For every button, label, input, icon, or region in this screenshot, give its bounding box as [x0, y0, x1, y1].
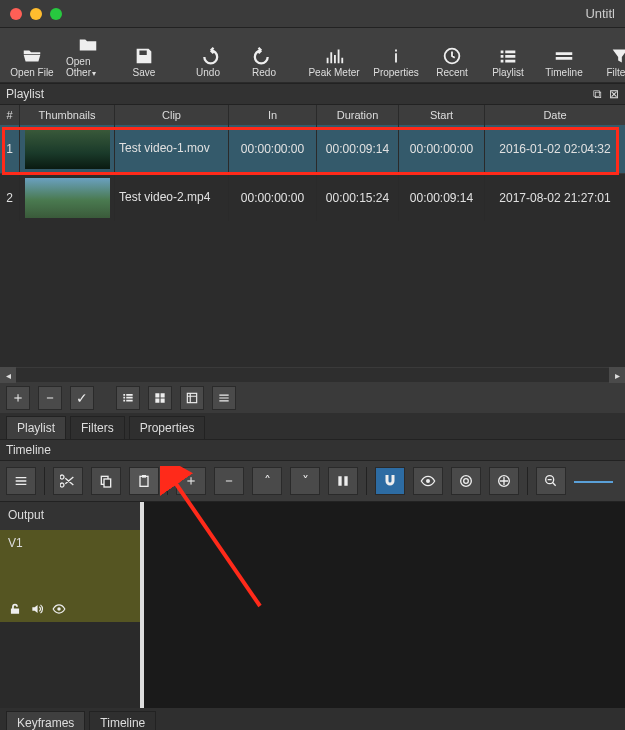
tab-timeline[interactable]: Timeline	[89, 711, 156, 730]
titlebar: Untitl	[0, 0, 625, 28]
folder-icon	[77, 34, 99, 56]
open-other-label: Open Other▾	[66, 56, 110, 78]
split-button[interactable]	[328, 467, 358, 495]
copy-button[interactable]	[91, 467, 121, 495]
redo-icon	[253, 45, 275, 67]
timeline-tabs: Keyframes Timeline	[0, 708, 625, 730]
close-window-button[interactable]	[10, 8, 22, 20]
hide-icon[interactable]	[52, 602, 66, 616]
scroll-track[interactable]	[16, 368, 609, 382]
playlist-body: 1 Test video-1.mov 00:00:00:00 00:00:09:…	[0, 125, 625, 367]
zoom-out-icon	[543, 473, 559, 489]
paste-button[interactable]	[129, 467, 159, 495]
timeline-panel-title: Timeline	[6, 443, 51, 457]
properties-button[interactable]: Properties	[370, 32, 422, 80]
redo-button[interactable]: Redo	[238, 32, 290, 80]
output-track-label[interactable]: Output	[0, 502, 140, 530]
playlist-header-row: # Thumbnails Clip In Duration Start Date	[0, 105, 625, 125]
col-index[interactable]: #	[0, 105, 20, 125]
zoom-window-button[interactable]	[50, 8, 62, 20]
svg-point-7	[461, 476, 472, 487]
split-icon	[335, 473, 351, 489]
playlist-row[interactable]: 2 Test video-2.mp4 00:00:00:00 00:00:15:…	[0, 173, 625, 221]
magnet-icon	[381, 472, 399, 490]
col-date[interactable]: Date	[485, 105, 625, 125]
svg-rect-5	[142, 475, 146, 478]
zoom-out-button[interactable]	[536, 467, 566, 495]
ripple-all-button[interactable]	[489, 467, 519, 495]
open-other-button[interactable]: Open Other▾	[62, 32, 114, 80]
row-duration: 00:00:15:24	[317, 174, 399, 221]
playlist-label: Playlist	[492, 67, 524, 78]
clipboard-icon	[136, 473, 152, 489]
svg-rect-4	[140, 476, 148, 486]
recent-button[interactable]: Recent	[426, 32, 478, 80]
open-file-button[interactable]: Open File	[6, 32, 58, 80]
track-canvas[interactable]	[142, 502, 625, 708]
playlist-hscrollbar[interactable]: ◂ ▸	[0, 367, 625, 383]
scroll-left-button[interactable]: ◂	[0, 367, 16, 383]
append-button[interactable]: ＋	[176, 467, 206, 495]
undo-icon	[197, 45, 219, 67]
playlist-actions: ＋ － ✓	[0, 383, 625, 413]
remove-button[interactable]: －	[214, 467, 244, 495]
view-menu-button[interactable]	[212, 386, 236, 410]
recent-label: Recent	[436, 67, 468, 78]
col-start[interactable]: Start	[399, 105, 485, 125]
tab-properties[interactable]: Properties	[129, 416, 206, 439]
scroll-right-button[interactable]: ▸	[609, 367, 625, 383]
save-icon	[133, 45, 155, 67]
target-icon	[458, 473, 474, 489]
timeline-button[interactable]: Timeline	[538, 32, 590, 80]
row-index: 2	[0, 174, 20, 221]
lock-icon[interactable]	[8, 602, 22, 616]
info-icon	[385, 45, 407, 67]
undo-button[interactable]: Undo	[182, 32, 234, 80]
view-grid-button[interactable]	[148, 386, 172, 410]
col-clip[interactable]: Clip	[115, 105, 229, 125]
ripple-all-icon	[496, 473, 512, 489]
cut-button[interactable]	[53, 467, 83, 495]
playhead[interactable]	[142, 502, 144, 708]
playlist-table: # Thumbnails Clip In Duration Start Date…	[0, 105, 625, 367]
list-icon	[497, 45, 519, 67]
minimize-window-button[interactable]	[30, 8, 42, 20]
remove-clip-button[interactable]: －	[38, 386, 62, 410]
row-thumbnail	[20, 125, 115, 173]
view-detail-button[interactable]	[180, 386, 204, 410]
hamburger-icon	[13, 473, 29, 489]
overwrite-button[interactable]: ˅	[290, 467, 320, 495]
peak-meter-button[interactable]: Peak Meter	[302, 32, 366, 80]
copy-icon	[98, 473, 114, 489]
col-in[interactable]: In	[229, 105, 317, 125]
v1-track-label[interactable]: V1	[0, 530, 140, 622]
lift-button[interactable]: ˄	[252, 467, 282, 495]
timeline-icon	[553, 45, 575, 67]
ripple-button[interactable]	[451, 467, 481, 495]
row-start: 00:00:00:00	[399, 125, 485, 173]
tab-filters[interactable]: Filters	[70, 416, 125, 439]
funnel-icon	[609, 45, 625, 67]
playlist-button[interactable]: Playlist	[482, 32, 534, 80]
timeline-menu-button[interactable]	[6, 467, 36, 495]
col-duration[interactable]: Duration	[317, 105, 399, 125]
tab-keyframes[interactable]: Keyframes	[6, 711, 85, 730]
row-thumbnail	[20, 174, 115, 221]
filters-button[interactable]: Filters	[594, 32, 625, 80]
mute-icon[interactable]	[30, 602, 44, 616]
undo-label: Undo	[196, 67, 220, 78]
save-button[interactable]: Save	[118, 32, 170, 80]
view-list-button[interactable]	[116, 386, 140, 410]
update-clip-button[interactable]: ✓	[70, 386, 94, 410]
playlist-row[interactable]: 1 Test video-1.mov 00:00:00:00 00:00:09:…	[0, 125, 625, 173]
panel-float-icon[interactable]: ⧉	[593, 87, 602, 101]
add-clip-button[interactable]: ＋	[6, 386, 30, 410]
zoom-slider[interactable]	[574, 480, 619, 482]
hamburger-icon	[217, 391, 231, 405]
scrub-button[interactable]	[413, 467, 443, 495]
snap-button[interactable]	[375, 467, 405, 495]
col-thumbnails[interactable]: Thumbnails	[20, 105, 115, 125]
panel-close-icon[interactable]: ⊠	[609, 87, 619, 101]
tab-playlist[interactable]: Playlist	[6, 416, 66, 439]
properties-label: Properties	[373, 67, 419, 78]
